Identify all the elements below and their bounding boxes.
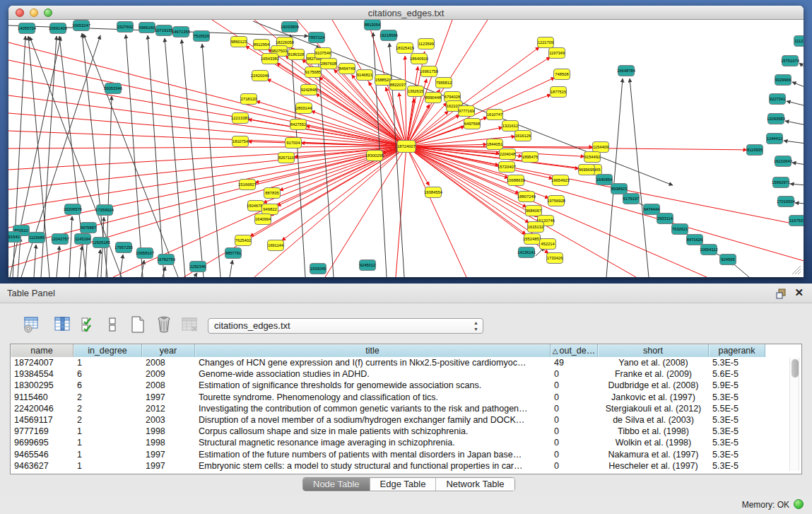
network-canvas[interactable]: 1872400798601238912954182260589827503165… [8, 20, 804, 277]
table-cell[interactable]: 6 [73, 380, 142, 391]
table-cell[interactable]: Nakamura et al. (1997) [598, 449, 709, 460]
graph-node[interactable]: 15992971 [772, 177, 790, 188]
graph-node[interactable]: 10688639 [507, 175, 525, 186]
graph-node[interactable]: 19756928 [547, 196, 565, 206]
table-cell[interactable]: 5.3E-5 [709, 460, 765, 472]
graph-node[interactable]: 8115935 [747, 145, 763, 156]
table-cell[interactable]: 49 [551, 357, 598, 368]
table-cell[interactable]: 5.3E-5 [709, 449, 765, 460]
table-cell[interactable]: 9115460 [11, 392, 73, 403]
graph-node[interactable]: 1154409 [593, 142, 609, 153]
table-cell[interactable]: Genome-wide association studies in ADHD. [195, 368, 551, 380]
column-header-indegree[interactable]: in_degree [73, 344, 142, 357]
graph-node[interactable]: 1610747 [487, 110, 503, 120]
show-columns-button[interactable] [52, 315, 72, 334]
table-cell[interactable]: de Silva et al. (2003) [598, 414, 709, 426]
column-header-year[interactable]: year [142, 344, 195, 357]
graph-node[interactable]: 17957255 [114, 243, 133, 253]
table-cell[interactable]: 9463627 [11, 460, 73, 472]
table-cell[interactable]: 5.3E-5 [709, 392, 765, 403]
graph-node[interactable]: 9329966 [775, 75, 792, 86]
graph-node[interactable]: 2933114 [657, 214, 673, 224]
table-cell[interactable]: 2008 [142, 357, 195, 368]
graph-node[interactable]: 18325419 [396, 43, 414, 54]
table-row[interactable]: 911546021997Tourette syndrome. Phenomeno… [11, 392, 801, 403]
table-row[interactable]: 946554611997Estimation of the future num… [11, 449, 801, 460]
graph-node[interactable]: 16648784 [617, 66, 636, 76]
graph-node[interactable]: 2867608 [321, 59, 337, 69]
graph-node[interactable]: 9227341 [770, 94, 786, 105]
table-cell[interactable]: Investigating the contribution of common… [195, 403, 551, 414]
table-cell[interactable]: Dudbridge et al. (2008) [598, 380, 709, 391]
graph-node[interactable]: 15166827 [238, 180, 257, 190]
table-cell[interactable]: 19384554 [11, 368, 73, 380]
table-row[interactable]: 2242004622012Investigating the contribut… [11, 403, 801, 414]
graph-node[interactable]: 9474444 [644, 204, 661, 215]
table-cell[interactable]: Jankovic et al. (1997) [598, 392, 709, 403]
graph-node[interactable]: 12505185 [92, 238, 110, 248]
graph-node[interactable]: 12093583 [767, 114, 785, 124]
table-cell[interactable]: 0 [551, 426, 598, 437]
tab-node-table[interactable]: Node Table [303, 478, 370, 491]
graph-node[interactable]: 8822037 [390, 80, 406, 90]
graph-node[interactable]: 16033809 [281, 22, 299, 33]
table-row[interactable]: 1830029562008Estimation of significance … [11, 380, 801, 391]
graph-node[interactable]: 20691406 [49, 23, 67, 34]
graph-node[interactable]: 1616126 [515, 131, 531, 141]
graph-node[interactable]: 17016504 [777, 197, 796, 207]
graph-node[interactable]: 7955812 [436, 78, 452, 88]
table-cell[interactable]: 1 [73, 449, 142, 460]
table-row[interactable]: 946362711997Embryonic stem cells: a mode… [11, 460, 801, 472]
graph-node[interactable]: 1640994 [255, 214, 272, 225]
graph-node[interactable]: 17359924 [95, 205, 114, 216]
graph-node[interactable]: 8938923 [611, 184, 628, 194]
graph-node[interactable]: 9777169 [459, 106, 475, 117]
graph-node[interactable]: 22420046 [251, 71, 269, 81]
table-cell[interactable]: Structural magnetic resonance image aver… [195, 437, 551, 448]
table-cell[interactable]: 22420046 [11, 403, 73, 414]
window-titlebar[interactable]: citations_edges.txt [8, 6, 804, 20]
delete-column-button[interactable] [154, 315, 174, 334]
graph-node[interactable]: 10958107 [136, 248, 154, 259]
table-cell[interactable]: 5.3E-5 [709, 437, 765, 448]
graph-node[interactable]: 14136141 [517, 247, 536, 258]
graph-node[interactable]: 1844051 [487, 139, 503, 150]
graph-node[interactable]: 15524851 [523, 234, 541, 245]
graph-node[interactable]: 7515526 [194, 31, 210, 42]
graph-node[interactable]: 1292346 [190, 262, 206, 272]
table-cell[interactable]: 5.6E-5 [709, 368, 765, 380]
graph-node[interactable]: 1810754 [233, 136, 249, 147]
table-cell[interactable]: Estimation of significance thresholds fo… [195, 380, 551, 391]
graph-node[interactable]: 9242848 [301, 85, 317, 95]
table-cell[interactable]: Franke et al. (2009) [598, 368, 709, 380]
graph-node[interactable]: 8990448 [425, 93, 442, 103]
graph-node[interactable]: 1112304 [794, 36, 804, 47]
table-cell[interactable]: Tibbo et al. (1998) [598, 426, 709, 437]
graph-node[interactable]: 1933045 [310, 264, 326, 274]
table-cell[interactable]: 5.3E-5 [709, 426, 765, 437]
table-cell[interactable]: 5.5E-5 [709, 403, 765, 414]
table-cell[interactable]: 1997 [142, 460, 195, 472]
graph-node[interactable]: 9146821 [357, 70, 373, 81]
table-cell[interactable]: 2003 [142, 414, 195, 426]
citation-network-graph[interactable]: 1872400798601238912954182260589827503165… [8, 20, 804, 277]
graph-node[interactable]: 8186328 [288, 49, 305, 60]
table-cell[interactable]: 18300295 [11, 380, 73, 391]
column-header-outde[interactable]: △out_de… [551, 344, 598, 357]
graph-node[interactable]: 9699695 [579, 165, 595, 175]
table-cell[interactable]: 0 [551, 449, 598, 460]
row-height-button[interactable] [102, 315, 122, 334]
table-cell[interactable]: 2012 [142, 403, 195, 414]
graph-node[interactable]: 8912954 [254, 40, 271, 50]
graph-node[interactable]: 1167533 [789, 216, 804, 226]
table-cell[interactable]: 9699695 [11, 437, 73, 448]
table-cell[interactable]: 1998 [142, 426, 195, 437]
table-cell[interactable]: Estimation of the future numbers of pati… [195, 449, 551, 460]
table-cell[interactable]: 0 [551, 392, 598, 403]
table-cell[interactable]: 2009 [142, 368, 195, 380]
graph-node[interactable]: 924565 [720, 255, 736, 265]
table-cell[interactable]: Wolkin et al. (1998) [598, 437, 709, 448]
table-cell[interactable]: 5.3E-5 [709, 414, 765, 426]
graph-node[interactable]: 2718120 [241, 94, 257, 105]
graph-node[interactable]: 16782759 [157, 255, 175, 265]
